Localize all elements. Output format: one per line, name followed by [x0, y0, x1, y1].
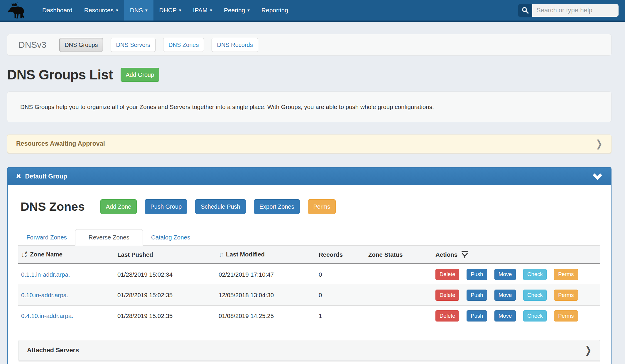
sort-letter-z: Z: [25, 254, 27, 258]
tab-forward-zones[interactable]: Forward Zones: [18, 229, 75, 246]
move-button[interactable]: Move: [494, 269, 516, 280]
add-zone-button[interactable]: Add Zone: [100, 199, 137, 214]
col-zone-status: Zone Status: [365, 246, 433, 264]
zone-link[interactable]: 0.4.10.in-addr.arpa.: [21, 312, 73, 319]
top-navbar: Dashboard Resources▾ DNS▾ DHCP▾ IPAM▾ Pe…: [0, 0, 625, 22]
schedule-push-button[interactable]: Schedule Push: [195, 199, 246, 214]
perms-button[interactable]: Perms: [554, 290, 578, 301]
nav-ipam[interactable]: IPAM▾: [187, 0, 218, 21]
sort-icon[interactable]: ↓ ↑: [219, 251, 224, 258]
nav-label: DHCP: [159, 7, 177, 14]
delete-button[interactable]: Delete: [435, 269, 459, 280]
dnsv3-buttons: DNS Groups DNS Servers DNS Zones DNS Rec…: [59, 38, 258, 52]
table-row: 0.1.1.in-addr.arpa. 01/28/2019 15:02:34 …: [18, 264, 600, 285]
col-zone-name[interactable]: ↓ A Z Zone Name: [18, 246, 114, 264]
col-label: Zone Status: [368, 251, 403, 258]
tab-catalog-zones[interactable]: Catalog Zones: [143, 229, 198, 246]
zones-heading: DNS Zones: [21, 200, 85, 214]
zones-table: ↓ A Z Zone Name Last Pushed: [18, 246, 600, 326]
col-label: Actions: [435, 251, 457, 258]
col-last-modified[interactable]: ↓ ↑ Last Modified: [216, 246, 316, 264]
search-input[interactable]: [532, 4, 619, 17]
chevron-right-icon[interactable]: ❯: [596, 138, 602, 150]
navbar-search: [518, 4, 619, 17]
perms-button[interactable]: Perms: [554, 269, 578, 280]
dns-zones-button[interactable]: DNS Zones: [163, 38, 204, 52]
page-header: DNS Groups List Add Group: [7, 67, 612, 83]
push-button[interactable]: Push: [467, 290, 487, 301]
nav-label: DNS: [130, 7, 143, 14]
col-label: Last Modified: [226, 251, 265, 258]
page-description: DNS Groups help you to organize all of y…: [7, 91, 612, 122]
nav-dhcp[interactable]: DHCP▾: [153, 0, 187, 21]
col-last-pushed: Last Pushed: [114, 246, 216, 264]
filter-icon[interactable]: [461, 251, 469, 258]
zone-link[interactable]: 0.1.1.in-addr.arpa.: [21, 271, 70, 278]
nav-peering[interactable]: Peering▾: [218, 0, 256, 21]
default-group-panel: ✖ Default Group DNS Zones Add Zone Push …: [7, 167, 612, 364]
dns-servers-button[interactable]: DNS Servers: [111, 38, 156, 52]
zones-tabs: Forward Zones Reverse Zones Catalog Zone…: [18, 229, 600, 246]
perms-button[interactable]: Perms: [554, 310, 578, 322]
nav-dns[interactable]: DNS▾: [124, 0, 153, 21]
nav-reporting[interactable]: Reporting: [256, 0, 294, 21]
nav-label: Reporting: [261, 7, 288, 14]
last-pushed-cell: 01/28/2019 15:02:34: [114, 264, 216, 285]
check-button[interactable]: Check: [523, 269, 547, 280]
add-group-button[interactable]: Add Group: [121, 68, 160, 82]
group-perms-button[interactable]: Perms: [308, 199, 336, 214]
attached-servers-panel[interactable]: Attached Servers ❯: [18, 340, 600, 361]
table-row: 0.10.in-addr.arpa. 01/28/2019 15:02:35 1…: [18, 285, 600, 306]
arrow-up-glyph: ↑: [221, 251, 224, 258]
records-cell: 0: [316, 285, 365, 306]
group-title: Default Group: [25, 173, 67, 180]
col-actions: Actions: [433, 246, 600, 264]
push-button[interactable]: Push: [467, 310, 487, 322]
zone-status-cell: [365, 285, 433, 306]
records-cell: 1: [316, 306, 365, 326]
move-button[interactable]: Move: [494, 310, 516, 322]
caret-down-icon: ▾: [179, 8, 181, 13]
group-panel-header[interactable]: ✖ Default Group: [8, 168, 611, 185]
actions-cell: Delete Push Move Check Perms: [433, 264, 600, 285]
table-row: 0.4.10.in-addr.arpa. 01/28/2019 15:02:35…: [18, 306, 600, 326]
page-title: DNS Groups List: [7, 67, 113, 83]
last-pushed-cell: 01/28/2019 15:02:35: [114, 306, 216, 326]
delete-button[interactable]: Delete: [435, 310, 459, 322]
delete-button[interactable]: Delete: [435, 290, 459, 301]
zones-header-row: DNS Zones Add Zone Push Group Schedule P…: [18, 199, 600, 214]
col-records: Records: [316, 246, 365, 264]
push-button[interactable]: Push: [467, 269, 487, 280]
arrow-down-glyph: ↓: [21, 251, 25, 257]
attached-servers-title: Attached Servers: [27, 347, 79, 354]
nav-label: Resources: [84, 7, 114, 14]
dnsv3-label: DNSv3: [18, 40, 46, 50]
approval-panel[interactable]: Resources Awaiting Approval ❯: [7, 135, 612, 153]
col-label: Last Pushed: [117, 251, 153, 258]
chevron-right-icon[interactable]: ❯: [585, 344, 592, 356]
col-label: Zone Name: [30, 251, 62, 258]
caret-down-icon: ▾: [145, 8, 148, 13]
moose-icon: [7, 1, 26, 19]
move-button[interactable]: Move: [494, 290, 516, 301]
nav-dashboard[interactable]: Dashboard: [36, 0, 78, 21]
close-icon[interactable]: ✖: [16, 173, 21, 180]
nav-label: Peering: [224, 7, 245, 14]
dnsv3-toolbar: DNSv3 DNS Groups DNS Servers DNS Zones D…: [7, 34, 612, 56]
dns-records-button[interactable]: DNS Records: [212, 38, 258, 52]
group-panel-body: DNS Zones Add Zone Push Group Schedule P…: [8, 185, 611, 364]
zone-status-cell: [365, 306, 433, 326]
moose-logo[interactable]: [7, 1, 28, 20]
zone-link[interactable]: 0.10.in-addr.arpa.: [21, 292, 68, 298]
push-group-button[interactable]: Push Group: [145, 199, 187, 214]
sort-alpha-asc-icon[interactable]: ↓ A Z: [21, 251, 27, 258]
nav-resources[interactable]: Resources▾: [78, 0, 124, 21]
dns-groups-button[interactable]: DNS Groups: [59, 38, 103, 52]
tab-reverse-zones[interactable]: Reverse Zones: [75, 229, 143, 246]
check-button[interactable]: Check: [523, 310, 547, 322]
actions-cell: Delete Push Move Check Perms: [433, 285, 600, 306]
search-icon[interactable]: [518, 4, 532, 17]
chevron-down-icon[interactable]: [592, 173, 603, 180]
check-button[interactable]: Check: [523, 290, 547, 301]
export-zones-button[interactable]: Export Zones: [254, 199, 300, 214]
